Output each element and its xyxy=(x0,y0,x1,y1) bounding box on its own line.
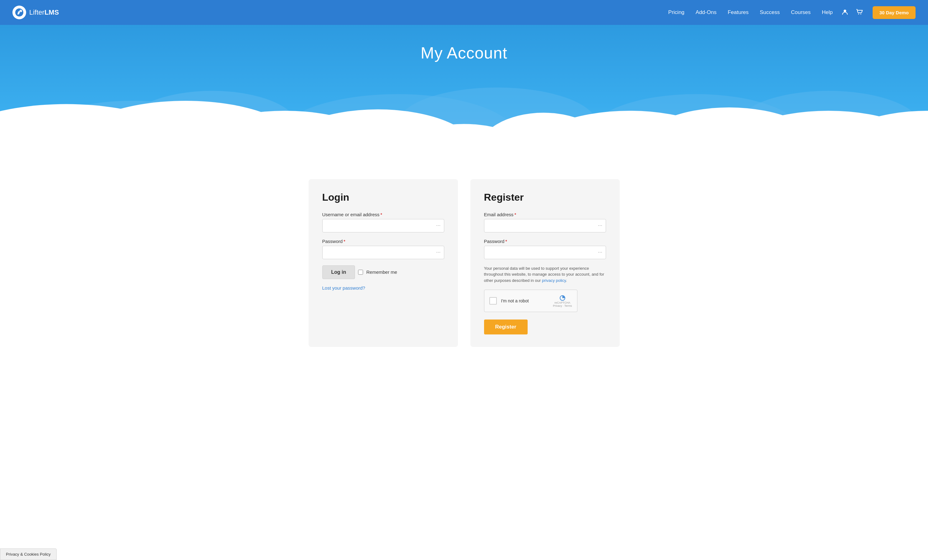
nav-courses[interactable]: Courses xyxy=(791,9,811,15)
login-password-required-star: * xyxy=(343,239,345,244)
register-password-label: Password* xyxy=(484,239,606,244)
logo-lifter: Lifter xyxy=(29,8,44,16)
register-form-card: Register Email address* ⋯ Password* ⋯ Yo… xyxy=(470,179,620,347)
login-password-input-icon: ⋯ xyxy=(436,250,441,255)
login-password-input-wrapper: ⋯ xyxy=(322,246,444,259)
hero-section: My Account xyxy=(0,25,928,160)
nav-help[interactable]: Help xyxy=(822,9,833,15)
recaptcha-brand: reCAPTCHA xyxy=(554,301,570,304)
register-button[interactable]: Register xyxy=(484,319,528,334)
register-heading: Register xyxy=(484,192,606,203)
register-password-required-star: * xyxy=(505,239,507,244)
cart-icon-button[interactable] xyxy=(855,7,864,18)
email-input[interactable] xyxy=(484,219,606,232)
email-input-icon: ⋯ xyxy=(598,223,602,228)
logo-text: LifterLMS xyxy=(29,8,59,17)
logo-lms: LMS xyxy=(44,8,59,16)
main-content: Login Username or email address* ⋯ Passw… xyxy=(0,160,928,372)
login-password-input[interactable] xyxy=(322,246,444,259)
demo-button[interactable]: 30 Day Demo xyxy=(873,6,916,19)
email-label: Email address* xyxy=(484,212,606,217)
login-password-label: Password* xyxy=(322,239,444,244)
username-input-wrapper: ⋯ xyxy=(322,219,444,232)
username-input-icon: ⋯ xyxy=(436,223,441,228)
svg-point-2 xyxy=(844,10,846,12)
register-password-input-icon: ⋯ xyxy=(598,250,602,255)
cookie-bar[interactable]: Privacy & Cookies Policy xyxy=(0,548,56,560)
nav-success[interactable]: Success xyxy=(760,9,780,15)
email-required-star: * xyxy=(514,212,516,217)
recaptcha-logo-icon: ◔ xyxy=(559,294,565,301)
navbar: LifterLMS Pricing Add-Ons Features Succe… xyxy=(0,0,928,25)
remember-me-checkbox[interactable] xyxy=(358,270,363,275)
logo-link[interactable]: LifterLMS xyxy=(12,6,59,19)
nav-addons[interactable]: Add-Ons xyxy=(696,9,716,15)
nav-pricing[interactable]: Pricing xyxy=(668,9,684,15)
username-label: Username or email address* xyxy=(322,212,444,217)
email-input-wrapper: ⋯ xyxy=(484,219,606,232)
hero-title: My Account xyxy=(0,37,928,81)
user-icon-button[interactable] xyxy=(840,7,850,18)
logo-icon xyxy=(12,6,26,19)
recaptcha-widget[interactable]: I'm not a robot ◔ reCAPTCHA Privacy · Te… xyxy=(484,290,577,312)
nav-links: Pricing Add-Ons Features Success Courses… xyxy=(668,9,833,15)
login-heading: Login xyxy=(322,192,444,203)
register-password-input-wrapper: ⋯ xyxy=(484,246,606,259)
privacy-policy-link[interactable]: privacy policy xyxy=(542,278,566,283)
svg-point-4 xyxy=(860,14,861,14)
login-button[interactable]: Log in xyxy=(322,266,355,279)
recaptcha-checkbox[interactable] xyxy=(489,297,497,305)
remember-me-label: Remember me xyxy=(366,269,397,275)
lost-password-link[interactable]: Lost your password? xyxy=(322,285,444,291)
username-required-star: * xyxy=(380,212,382,217)
privacy-note: Your personal data will be used to suppo… xyxy=(484,266,606,284)
clouds-decoration xyxy=(0,81,928,160)
login-form-card: Login Username or email address* ⋯ Passw… xyxy=(308,179,458,347)
recaptcha-links: Privacy · Terms xyxy=(553,304,572,307)
nav-icons: 30 Day Demo xyxy=(840,6,916,19)
remember-me-row: Log in Remember me xyxy=(322,266,444,279)
recaptcha-label: I'm not a robot xyxy=(501,298,549,303)
nav-features[interactable]: Features xyxy=(728,9,748,15)
username-input[interactable] xyxy=(322,219,444,232)
svg-point-3 xyxy=(858,14,859,14)
register-password-input[interactable] xyxy=(484,246,606,259)
recaptcha-logo: ◔ reCAPTCHA Privacy · Terms xyxy=(553,294,572,307)
svg-rect-21 xyxy=(0,147,928,160)
